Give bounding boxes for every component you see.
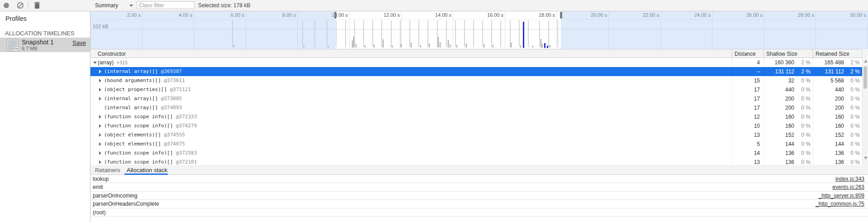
retained-size-cell: 136 (803, 150, 844, 156)
live-allocation-bar (429, 43, 430, 48)
table-row[interactable]: (function scope info)[] @372583141360 %1… (90, 149, 862, 158)
trash-icon (34, 2, 40, 9)
time-gridline (349, 11, 350, 49)
live-allocation-bar (493, 45, 493, 48)
sidebar-item-snapshot-1[interactable]: % Snapshot 1 6.7 MB Save (0, 38, 90, 52)
table-row[interactable]: (bound arguments)[] @37361115320 %5 5680… (90, 76, 862, 85)
allocation-overview-chart[interactable]: 102 kB 2.00 s4.00 s6.00 s8.00 s10.00 s12… (90, 11, 868, 49)
expand-expander-icon[interactable] (99, 160, 101, 164)
constructor-cell: (function scope info)[] @374279 (104, 123, 197, 129)
stack-frame-row: lookupindex.js:343 (90, 175, 868, 183)
retained-size-cell: 160 (803, 114, 844, 120)
scrollbar-thumb[interactable] (863, 66, 867, 89)
grid-header: Constructor Distance Shallow Size Retain… (90, 49, 868, 58)
table-row[interactable]: (array) ×3154160 3602 %165 4882 % (90, 58, 862, 67)
clear-all-button[interactable] (15, 0, 26, 11)
stack-frame-source-link[interactable]: events.js:263 (832, 184, 864, 190)
expand-expander-icon[interactable] (99, 97, 101, 101)
shallow-size-cell: 32 (754, 77, 794, 84)
shallow-size-cell: 200 (754, 96, 794, 102)
selected-allocation-bar (544, 43, 545, 48)
stack-frame-source-link[interactable]: _http_common.js:75 (816, 201, 864, 207)
expand-expander-icon[interactable] (99, 142, 101, 146)
retained-size-pct: 0 % (845, 114, 860, 120)
table-row[interactable]: (internal array)[] @373885172000 %2000 % (90, 94, 862, 103)
expand-expander-icon[interactable] (99, 115, 101, 119)
allocation-tick-bar (391, 20, 392, 47)
column-header-constructor[interactable]: Constructor (98, 51, 126, 57)
allocation-stack-panel: lookupindex.js:343emitevents.js:263parse… (90, 175, 868, 222)
expand-expander-icon[interactable] (99, 88, 101, 92)
deselected-region-right (561, 11, 868, 49)
allocation-tick-bar (446, 20, 447, 47)
table-row[interactable]: (internal array)[] @369387–131 1122 %131… (90, 67, 862, 76)
expand-expander-icon[interactable] (99, 70, 101, 73)
selection-handle-left[interactable] (334, 12, 337, 19)
allocation-tick-bar (418, 20, 419, 47)
live-allocation-bar (448, 40, 449, 48)
toolbar-separator (28, 2, 28, 9)
live-allocation-bar (520, 45, 521, 48)
retained-size-pct: 0 % (845, 96, 860, 102)
object-id: @369387 (158, 68, 182, 74)
record-button[interactable] (1, 0, 12, 11)
collapse-expander-icon[interactable] (93, 62, 97, 64)
selected-allocation-bar (523, 22, 524, 48)
bottom-tabbar: Retainers Allocation stack (90, 165, 868, 175)
tab-allocation-stack[interactable]: Allocation stack (127, 167, 167, 174)
perspective-dropdown[interactable]: Summary (93, 1, 120, 10)
distance-cell: 14 (718, 150, 760, 156)
scroll-down-arrow-icon[interactable] (864, 157, 868, 159)
allocation-tick-bar (473, 20, 474, 47)
table-row[interactable]: (function scope info)[] @374279101600 %1… (90, 121, 862, 130)
table-row[interactable]: (function scope info)[] @372333121600 %1… (90, 112, 862, 121)
shallow-size-cell: 440 (754, 87, 794, 93)
distance-cell: 4 (718, 59, 760, 66)
table-row[interactable]: (object elements)[] @374555131520 %1520 … (90, 130, 862, 140)
live-allocation-bar (484, 44, 484, 48)
stack-frame-row: parserOnIncoming_http_server.js:809 (90, 192, 868, 200)
column-header-distance[interactable]: Distance (735, 51, 756, 57)
live-allocation-bar (383, 39, 384, 48)
table-row[interactable]: (internal array)[] @374093172000 %2000 % (90, 103, 862, 112)
object-id: @371121 (167, 87, 191, 92)
object-id: @372583 (173, 150, 197, 156)
live-allocation-bar (392, 45, 393, 48)
table-row[interactable]: (object elements)[] @37407551440 %1440 % (90, 140, 862, 149)
stack-frame-name: emit (93, 184, 103, 190)
retained-size-pct: 0 % (845, 150, 860, 156)
column-header-shallow-size[interactable]: Shallow Size (766, 51, 797, 57)
allocation-tick-bar (363, 20, 364, 47)
retained-size-pct: 0 % (845, 105, 860, 111)
retained-size-cell: 5 568 (803, 77, 844, 84)
expand-expander-icon[interactable] (99, 79, 101, 82)
expand-expander-icon[interactable] (99, 133, 101, 137)
class-filter-input[interactable] (137, 1, 194, 9)
object-id: @372333 (173, 114, 197, 120)
tab-retainers[interactable]: Retainers (95, 167, 120, 174)
table-row[interactable]: (function scope info)[] @372101131360 %1… (90, 158, 862, 165)
object-id: @372101 (173, 159, 197, 165)
stack-frame-source-link[interactable]: index.js:343 (835, 176, 864, 182)
live-allocation-bar (438, 37, 439, 48)
selected-allocation-bar (547, 46, 548, 48)
stack-frame-source-link[interactable]: _http_server.js:809 (819, 193, 864, 199)
scroll-up-arrow-icon[interactable] (864, 60, 868, 63)
distance-cell: 13 (718, 132, 760, 138)
vertical-scrollbar[interactable] (862, 49, 868, 165)
live-allocation-bar (466, 43, 467, 48)
deselected-region-left (90, 11, 335, 49)
perspective-dropdown-label: Summary (95, 2, 118, 9)
column-header-retained-size[interactable]: Retained Size (816, 51, 849, 57)
selection-handle-right[interactable] (560, 12, 562, 19)
save-link[interactable]: Save (72, 39, 86, 46)
expand-expander-icon[interactable] (99, 151, 101, 155)
allocation-tick-bar (345, 20, 346, 47)
live-allocation-bar (440, 42, 441, 48)
shallow-size-cell: 200 (754, 105, 794, 111)
delete-profile-button[interactable] (32, 0, 43, 11)
expand-expander-icon[interactable] (99, 124, 101, 128)
retained-size-pct: 0 % (845, 77, 860, 84)
table-row[interactable]: (object properties)[] @371121174400 %440… (90, 85, 862, 94)
active-tab-underline (124, 174, 168, 175)
